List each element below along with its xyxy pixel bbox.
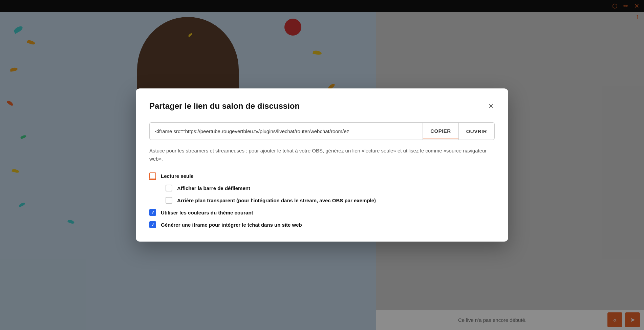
url-row: COPIER OUVRIR — [149, 122, 495, 140]
open-button[interactable]: OUVRIR — [459, 124, 494, 139]
label-arriere-plan: Arrière plan transparent (pour l'intégra… — [177, 198, 376, 203]
url-input[interactable] — [150, 124, 423, 139]
label-couleurs-theme: Utiliser les couleurs du thème courant — [161, 210, 253, 215]
tip-text: Astuce pour les streamers et streameuses… — [149, 147, 495, 163]
checkbox-row-barre: Afficher la barre de défilement — [166, 185, 495, 191]
label-iframe-site: Générer une iframe pour intégrer le tcha… — [161, 222, 302, 228]
share-modal: Partager le lien du salon de discussion … — [136, 88, 508, 242]
checkbox-barre-defilement[interactable] — [166, 185, 172, 191]
checkbox-iframe-site[interactable] — [149, 221, 156, 228]
label-lecture-seule: Lecture seule — [161, 173, 194, 179]
modal-close-button[interactable]: × — [487, 101, 495, 111]
modal-overlay: Partager le lien du salon de discussion … — [0, 0, 644, 330]
checkbox-row-lecture-seule: Lecture seule — [149, 172, 495, 179]
checkbox-row-couleurs: Utiliser les couleurs du thème courant — [149, 209, 495, 216]
checkbox-couleurs-theme[interactable] — [149, 209, 156, 216]
checkbox-arriere-plan[interactable] — [166, 197, 172, 204]
modal-title: Partager le lien du salon de discussion — [149, 101, 300, 111]
checkbox-row-iframe: Générer une iframe pour intégrer le tcha… — [149, 221, 495, 228]
copy-button[interactable]: COPIER — [423, 123, 458, 139]
checkbox-lecture-seule[interactable] — [149, 172, 156, 179]
checkbox-row-arriere-plan: Arrière plan transparent (pour l'intégra… — [166, 197, 495, 204]
modal-header: Partager le lien du salon de discussion … — [149, 101, 495, 111]
checkbox-group: Lecture seule Afficher la barre de défil… — [149, 172, 495, 228]
label-barre-defilement: Afficher la barre de défilement — [177, 185, 250, 191]
